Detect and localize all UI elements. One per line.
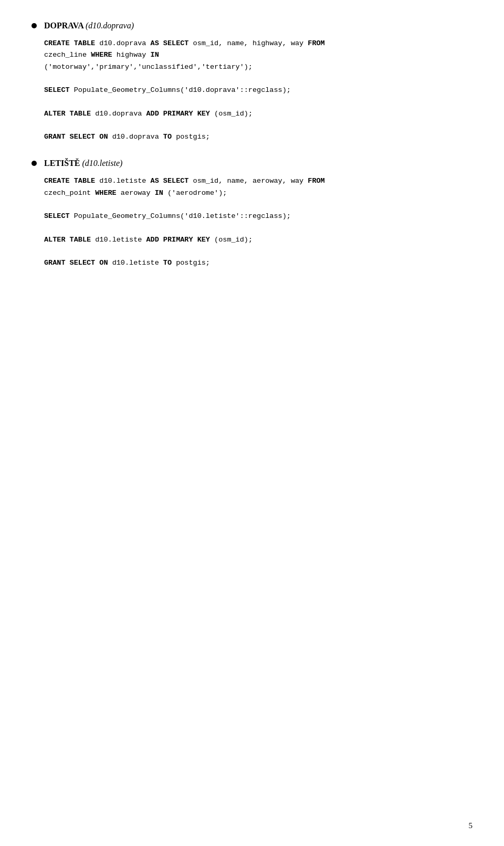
code-line bbox=[44, 120, 472, 131]
code-block-letiste: CREATE TABLE d10.letiste AS SELECT osm_i… bbox=[44, 175, 472, 269]
code-line: ('motorway','primary','unclassified','te… bbox=[44, 61, 472, 73]
keyword: CREATE TABLE bbox=[44, 39, 95, 47]
heading-doprava: DOPRAVA (d10.doprava) bbox=[44, 21, 134, 30]
bullet-icon bbox=[32, 23, 37, 28]
code-line: CREATE TABLE d10.letiste AS SELECT osm_i… bbox=[44, 175, 472, 187]
heading-letiste-italic: (d10.letiste) bbox=[82, 159, 122, 168]
keyword: WHERE bbox=[95, 189, 117, 197]
code-line: SELECT Populate_Geometry_Columns('d10.do… bbox=[44, 85, 472, 96]
code-line: czech_point WHERE aeroway IN ('aerodrome… bbox=[44, 187, 472, 199]
code-line: czech_line WHERE highway IN bbox=[44, 49, 472, 61]
keyword: GRANT SELECT ON bbox=[44, 259, 108, 267]
section-heading-letiste: LETIŠTĚ (d10.letiste) bbox=[32, 159, 472, 168]
keyword: ADD PRIMARY KEY bbox=[146, 236, 210, 244]
keyword: IN bbox=[151, 51, 159, 59]
heading-letiste: LETIŠTĚ (d10.letiste) bbox=[44, 159, 122, 168]
code-line bbox=[44, 73, 472, 85]
bullet-icon bbox=[32, 161, 37, 166]
code-line bbox=[44, 246, 472, 257]
keyword: ALTER TABLE bbox=[44, 110, 91, 118]
section-doprava: DOPRAVA (d10.doprava) CREATE TABLE d10.d… bbox=[32, 21, 472, 143]
keyword: WHERE bbox=[91, 51, 112, 59]
keyword: FROM bbox=[308, 177, 324, 185]
code-line bbox=[44, 199, 472, 211]
keyword: TO bbox=[163, 133, 172, 141]
section-letiste: LETIŠTĚ (d10.letiste) CREATE TABLE d10.l… bbox=[32, 159, 472, 269]
keyword: SELECT bbox=[44, 212, 70, 220]
keyword: FROM bbox=[308, 39, 324, 47]
section-heading-doprava: DOPRAVA (d10.doprava) bbox=[32, 21, 472, 30]
code-line: ALTER TABLE d10.doprava ADD PRIMARY KEY … bbox=[44, 108, 472, 120]
keyword: ALTER TABLE bbox=[44, 236, 91, 244]
code-line: GRANT SELECT ON d10.doprava TO postgis; bbox=[44, 131, 472, 143]
keyword: AS SELECT bbox=[151, 39, 189, 47]
code-line bbox=[44, 222, 472, 234]
page-number: 5 bbox=[469, 821, 473, 830]
code-line: GRANT SELECT ON d10.letiste TO postgis; bbox=[44, 257, 472, 269]
code-block-doprava: CREATE TABLE d10.doprava AS SELECT osm_i… bbox=[44, 38, 472, 143]
code-line: ALTER TABLE d10.letiste ADD PRIMARY KEY … bbox=[44, 234, 472, 246]
code-line: CREATE TABLE d10.doprava AS SELECT osm_i… bbox=[44, 38, 472, 49]
code-line: SELECT Populate_Geometry_Columns('d10.le… bbox=[44, 211, 472, 222]
code-line bbox=[44, 96, 472, 108]
keyword: GRANT SELECT ON bbox=[44, 133, 108, 141]
keyword: SELECT bbox=[44, 86, 70, 94]
keyword: IN bbox=[155, 189, 163, 197]
keyword: CREATE TABLE bbox=[44, 177, 95, 185]
heading-doprava-italic: (d10.doprava) bbox=[86, 21, 134, 30]
keyword: TO bbox=[163, 259, 172, 267]
keyword: AS SELECT bbox=[151, 177, 189, 185]
keyword: ADD PRIMARY KEY bbox=[146, 110, 210, 118]
